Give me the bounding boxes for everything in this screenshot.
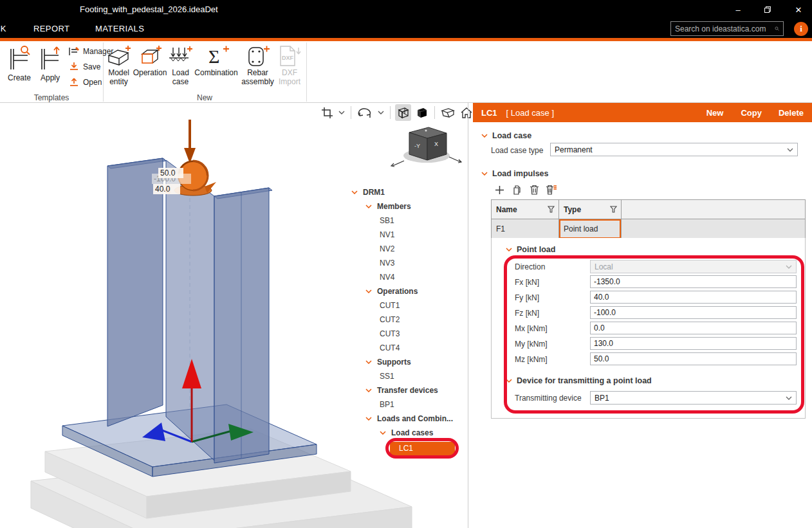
nav-cube[interactable]: -Y X [409, 127, 447, 160]
toolbar-separator [434, 106, 435, 119]
add-impulse-button[interactable] [493, 183, 506, 196]
tree-item-cut3[interactable]: CUT3 [380, 327, 400, 341]
search-box[interactable] [670, 21, 784, 36]
filter-icon[interactable] [548, 206, 555, 215]
property-panel-header: LC1 [ Load case ] New Copy Delete [473, 103, 812, 122]
point-load-section-header[interactable]: Point load [506, 245, 555, 254]
tree-item-sb1[interactable]: SB1 [380, 214, 394, 228]
search-input[interactable] [675, 24, 775, 33]
delete-icon [530, 185, 539, 195]
tree-item-lc1-selected[interactable]: LC1 [390, 441, 455, 455]
combination-button[interactable]: Σ Combination [195, 45, 237, 77]
tree-item-load-cases[interactable]: Load cases [380, 426, 433, 440]
load-case-type-select[interactable]: Permanent [550, 143, 798, 156]
fy-label: Fy [kN] [515, 293, 539, 302]
chevron-down-icon [365, 417, 372, 421]
restore-icon [764, 6, 771, 14]
chevron-down-icon [481, 172, 488, 176]
save-button[interactable]: Save [68, 62, 100, 72]
delete-all-impulses-button[interactable] [545, 183, 558, 196]
fx-input[interactable] [590, 275, 797, 288]
load-case-type-label: Load case type [491, 146, 543, 155]
load-case-button[interactable]: Load case [166, 45, 195, 86]
table-row[interactable]: F1 Point load [492, 219, 805, 239]
tree-item-ss1[interactable]: SS1 [380, 369, 394, 383]
chevron-down-icon [380, 431, 386, 435]
operation-button[interactable]: Operation [134, 45, 166, 77]
new-button[interactable]: New [706, 108, 724, 118]
chevron-down-icon [506, 379, 512, 383]
group-label-new: New [166, 93, 243, 102]
tree-item-transfer-devices[interactable]: Transfer devices [365, 383, 438, 397]
model-entity-button[interactable]: Model entity [104, 45, 134, 86]
tree-item-nv3[interactable]: NV3 [380, 256, 394, 270]
tree-item-cut1[interactable]: CUT1 [380, 298, 400, 313]
my-input[interactable] [590, 337, 797, 350]
open-icon [68, 77, 80, 87]
duplicate-impulse-button[interactable] [510, 183, 523, 196]
restore-button[interactable] [754, 0, 781, 19]
impulse-empty-cell [622, 219, 805, 239]
tree-item-cut2[interactable]: CUT2 [380, 313, 400, 327]
mz-label: Mz [kNm] [515, 355, 548, 364]
orbit-dropdown[interactable] [376, 104, 385, 121]
chevron-down-icon [338, 111, 345, 114]
tree-item-operations[interactable]: Operations [365, 284, 418, 298]
load-impulses-section-header[interactable]: Load impulses [481, 169, 549, 178]
dxf-import-button: DXF DXF Import [276, 45, 303, 86]
solid-view-button[interactable] [414, 104, 430, 121]
tree-item-bp1[interactable]: BP1 [380, 397, 394, 412]
fy-input[interactable] [590, 291, 797, 304]
toolbar-separator [351, 106, 351, 119]
dxf-import-icon: DXF [277, 45, 302, 67]
tree-item-supports[interactable]: Supports [365, 355, 411, 369]
title-bar: Footing_with_pedestal_2026.ideaDet – ✕ [0, 0, 812, 19]
create-button[interactable]: Create [4, 45, 35, 82]
rebar-assembly-button[interactable]: Rebar assembly [239, 45, 276, 86]
tree-item-nv1[interactable]: NV1 [380, 228, 394, 242]
column-header-name[interactable]: Name [492, 200, 559, 219]
transmitting-device-select[interactable]: BP1 [590, 391, 797, 405]
impulse-type-cell-selected[interactable]: Point load [559, 219, 622, 239]
panel-divider [468, 103, 468, 528]
device-section-header[interactable]: Device for transmitting a point load [506, 376, 652, 385]
clip-view-button[interactable] [439, 104, 456, 121]
tree-item-loads-and-combinations[interactable]: Loads and Combin... [365, 412, 453, 426]
tab-check[interactable]: CK [0, 19, 6, 38]
tab-materials[interactable]: MATERIALS [95, 19, 144, 38]
filter-icon[interactable] [610, 206, 617, 215]
load-case-section-header[interactable]: Load case [481, 131, 531, 140]
mz-input[interactable] [590, 352, 797, 365]
tree-item-nv4[interactable]: NV4 [380, 270, 394, 284]
impulse-name-cell[interactable]: F1 [492, 219, 559, 239]
open-button[interactable]: Open [68, 77, 102, 87]
copy-button[interactable]: Copy [741, 108, 762, 118]
tree-item-members[interactable]: Members [365, 199, 411, 214]
tab-report[interactable]: REPORT [33, 19, 69, 38]
chevron-down-icon [365, 205, 372, 208]
table-header-row: Name Type [492, 200, 805, 219]
tree-item-nv2[interactable]: NV2 [380, 242, 394, 256]
wireframe-view-button[interactable] [395, 104, 411, 121]
selected-item-type: [ Load case ] [506, 108, 554, 118]
3d-model-view[interactable]: -Y X [0, 103, 473, 528]
orbit-view-button[interactable] [356, 104, 374, 121]
wireframe-cube-icon [396, 106, 410, 120]
operation-icon [137, 45, 163, 67]
delete-button[interactable]: Delete [779, 108, 804, 118]
column-header-type[interactable]: Type [559, 200, 622, 219]
chevron-down-icon [506, 248, 512, 251]
tree-item-drm1[interactable]: DRM1 [351, 185, 385, 199]
apply-button[interactable]: Apply [35, 45, 66, 82]
minimize-button[interactable]: – [724, 0, 752, 19]
fz-input[interactable] [590, 306, 797, 319]
crop-view-button[interactable] [320, 104, 335, 121]
close-button[interactable]: ✕ [785, 0, 812, 19]
home-view-button[interactable] [459, 104, 474, 121]
direction-label: Direction [515, 262, 545, 271]
tree-item-cut4[interactable]: CUT4 [380, 341, 400, 355]
mx-input[interactable] [590, 322, 797, 334]
crop-dropdown[interactable] [337, 104, 346, 121]
info-button[interactable]: i [794, 22, 808, 36]
delete-impulse-button[interactable] [528, 183, 540, 196]
